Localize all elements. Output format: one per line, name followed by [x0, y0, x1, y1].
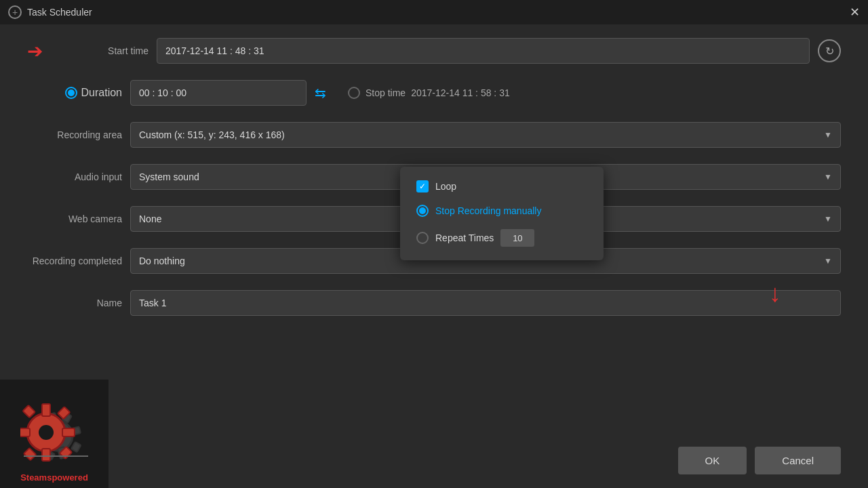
stop-recording-item[interactable]: Stop Recording manually	[416, 205, 587, 217]
cancel-button[interactable]: Cancel	[755, 447, 841, 474]
loop-label: Loop	[435, 181, 456, 192]
stop-recording-radio[interactable]	[416, 205, 429, 217]
recording-completed-value: Do nothing	[139, 256, 185, 266]
recording-area-dropdown[interactable]: Custom (x: 515, y: 243, 416 x 168) ▼	[130, 122, 841, 148]
titlebar-left: + Task Scheduler	[8, 5, 92, 19]
svg-rect-15	[62, 428, 75, 436]
start-time-input[interactable]	[157, 38, 810, 64]
audio-input-value: System sound	[139, 171, 199, 182]
start-time-label: Start time	[54, 45, 149, 56]
duration-input[interactable]	[130, 80, 307, 106]
name-input[interactable]	[130, 290, 841, 316]
svg-rect-19	[24, 448, 36, 460]
recording-completed-chevron-icon: ▼	[824, 256, 832, 266]
svg-rect-12	[42, 404, 50, 416]
stop-time-value: 2017-12-14 11 : 58 : 31	[411, 87, 510, 98]
recording-area-value: Custom (x: 515, y: 243, 416 x 168)	[139, 129, 285, 140]
bottom-buttons: OK Cancel	[678, 447, 841, 474]
web-camera-label: Web camera	[27, 214, 122, 224]
duration-row: Duration ⇆ Stop time 2017-12-14 11 : 58 …	[27, 80, 841, 106]
logo-area: Steamspowered	[0, 380, 108, 488]
gear-icon	[20, 395, 88, 470]
repeat-times-label: Repeat Times	[435, 232, 494, 243]
logo-text: Steamspowered	[20, 472, 88, 483]
repeat-times-input[interactable]	[500, 229, 534, 247]
app-title: Task Scheduler	[27, 7, 92, 18]
duration-radio-label[interactable]: Duration	[27, 87, 122, 99]
svg-rect-13	[42, 449, 50, 461]
recording-area-chevron-icon: ▼	[824, 130, 832, 140]
duration-radio[interactable]	[65, 87, 77, 99]
ok-button[interactable]: OK	[678, 447, 747, 474]
svg-rect-14	[20, 428, 30, 436]
stop-time-label: Stop time	[366, 87, 406, 98]
refresh-button[interactable]: ↻	[818, 39, 841, 62]
start-time-arrow-icon: ➔	[27, 40, 43, 62]
repeat-times-radio[interactable]	[416, 232, 429, 244]
main-content: ➔ Start time ↻ Duration ⇆ Stop time 2017…	[0, 24, 868, 346]
audio-input-chevron-icon: ▼	[824, 172, 832, 182]
recording-area-row: Recording area Custom (x: 515, y: 243, 4…	[27, 122, 841, 148]
svg-rect-16	[23, 405, 35, 418]
recording-completed-label: Recording completed	[27, 256, 122, 266]
recording-area-label: Recording area	[27, 129, 122, 140]
loop-checkbox[interactable]: ✓	[416, 180, 429, 192]
close-button[interactable]: ✕	[850, 5, 860, 20]
ok-arrow-icon: ↓	[769, 279, 781, 308]
web-camera-chevron-icon: ▼	[824, 214, 832, 224]
stop-time-section: Stop time 2017-12-14 11 : 58 : 31	[348, 87, 510, 99]
web-camera-value: None	[139, 214, 161, 224]
svg-point-11	[39, 425, 54, 440]
duration-label: Duration	[81, 87, 122, 99]
loop-item[interactable]: ✓ Loop	[416, 180, 587, 192]
stop-recording-label: Stop Recording manually	[435, 205, 541, 216]
start-time-row: ➔ Start time ↻	[27, 38, 841, 64]
name-row: Name	[27, 290, 841, 316]
audio-input-label: Audio input	[27, 171, 122, 182]
name-label: Name	[27, 298, 122, 308]
loop-arrows-icon[interactable]: ⇆	[315, 85, 326, 101]
stop-time-radio[interactable]	[348, 87, 360, 99]
repeat-times-item[interactable]: Repeat Times	[416, 229, 587, 247]
loop-popup: ✓ Loop Stop Recording manually Repeat Ti…	[400, 167, 604, 260]
app-icon: +	[8, 5, 22, 19]
titlebar: + Task Scheduler ✕	[0, 0, 868, 24]
svg-rect-8	[71, 442, 81, 452]
